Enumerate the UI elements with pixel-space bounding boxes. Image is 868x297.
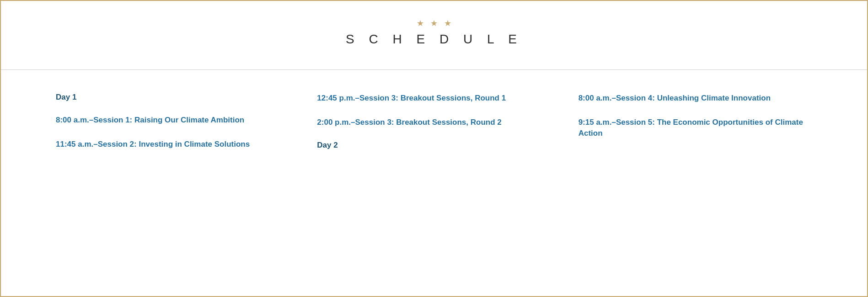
- day-1-label: Day 1: [56, 93, 289, 102]
- star-icon-3: ★: [444, 19, 451, 27]
- day-2-label: Day 2: [317, 141, 551, 150]
- list-item: 2:00 p.m.–Session 3: Breakout Sessions, …: [317, 117, 551, 128]
- list-item: Day 2: [317, 141, 551, 150]
- session-2-text: 11:45 a.m.–Session 2: Investing in Clima…: [56, 139, 289, 150]
- list-item: 11:45 a.m.–Session 2: Investing in Clima…: [56, 139, 289, 150]
- content-section: Day 1 8:00 a.m.–Session 1: Raising Our C…: [1, 70, 867, 181]
- session-3b-text: 2:00 p.m.–Session 3: Breakout Sessions, …: [317, 117, 551, 128]
- schedule-column-1: Day 1 8:00 a.m.–Session 1: Raising Our C…: [56, 93, 317, 163]
- session-3a-text: 12:45 p.m.–Session 3: Breakout Sessions,…: [317, 93, 551, 104]
- star-icon-1: ★: [417, 19, 424, 27]
- list-item: 8:00 a.m.–Session 4: Unleashing Climate …: [579, 93, 812, 104]
- list-item: 8:00 a.m.–Session 1: Raising Our Climate…: [56, 115, 289, 126]
- list-item: Day 1: [56, 93, 289, 102]
- schedule-title: S C H E D U L E: [346, 32, 522, 47]
- header-section: ★ ★ ★ S C H E D U L E: [1, 1, 867, 60]
- stars-row: ★ ★ ★: [417, 19, 451, 27]
- list-item: 9:15 a.m.–Session 5: The Economic Opport…: [579, 117, 812, 139]
- schedule-column-2: 12:45 p.m.–Session 3: Breakout Sessions,…: [317, 93, 578, 163]
- session-4-text: 8:00 a.m.–Session 4: Unleashing Climate …: [579, 93, 812, 104]
- star-icon-2: ★: [430, 19, 438, 27]
- session-5-text: 9:15 a.m.–Session 5: The Economic Opport…: [579, 117, 812, 139]
- list-item: 12:45 p.m.–Session 3: Breakout Sessions,…: [317, 93, 551, 104]
- session-1-text: 8:00 a.m.–Session 1: Raising Our Climate…: [56, 115, 289, 126]
- page-wrapper: ★ ★ ★ S C H E D U L E Day 1 8:00 a.m.–Se…: [0, 0, 868, 297]
- schedule-column-3: 8:00 a.m.–Session 4: Unleashing Climate …: [579, 93, 812, 163]
